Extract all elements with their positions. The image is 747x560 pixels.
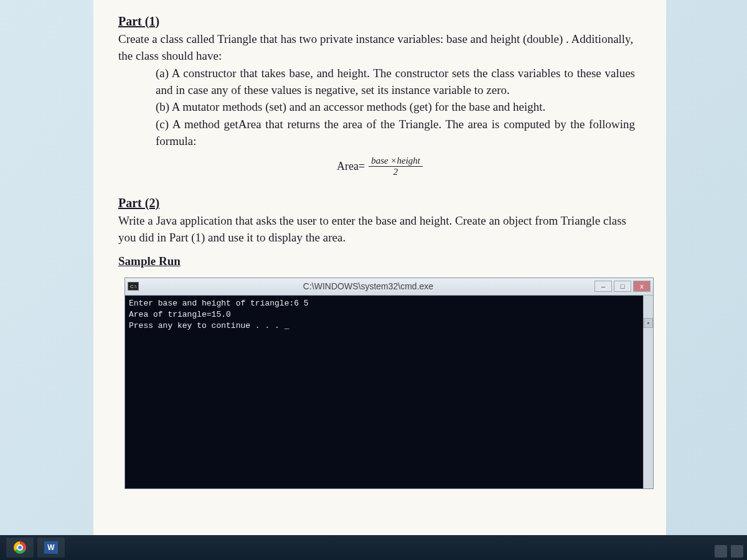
part1-item-b: (b) A mutator methods (set) and an acces… [156,99,635,116]
minimize-button[interactable]: – [594,281,612,292]
cmd-title: C:\WINDOWS\system32\cmd.exe [144,281,593,293]
system-tray[interactable] [715,545,743,558]
formula-numerator: base ×height [369,156,423,167]
formula-denominator: 2 [391,167,401,177]
tray-icon[interactable] [715,545,727,558]
word-icon: W [44,541,58,554]
document-page: Part (1) Create a class called Triangle … [93,0,666,535]
taskbar-chrome[interactable] [6,538,34,558]
cmd-titlebar[interactable]: C:\ C:\WINDOWS\system32\cmd.exe – □ x [125,278,653,296]
part1-item-a: (a) A constructor that takes base, and h… [156,65,635,98]
part1-item-c: (c) A method getArea that returns the ar… [156,116,635,149]
tray-icon[interactable] [731,545,743,558]
close-button[interactable]: x [633,281,651,292]
formula-fraction: base ×height 2 [369,156,423,177]
formula-lhs: Area= [337,159,365,174]
area-formula: Area= base ×height 2 [118,156,641,177]
cmd-icon: C:\ [128,282,139,291]
part1-intro: Create a class called Triangle that has … [118,31,641,64]
cmd-output: Enter base and height of triangle:6 5 Ar… [125,296,653,488]
part1-sublist: (a) A constructor that takes base, and h… [156,65,635,149]
taskbar[interactable]: W [0,535,747,560]
scroll-up-icon[interactable]: ▴ [644,318,653,328]
cmd-scrollbar[interactable]: ▴ [643,296,653,488]
part1-heading: Part (1) [118,12,641,30]
taskbar-word[interactable]: W [37,538,65,558]
part2-heading: Part (2) [118,194,641,212]
chrome-icon [14,541,26,554]
cmd-window: C:\ C:\WINDOWS\system32\cmd.exe – □ x En… [125,278,654,489]
maximize-button[interactable]: □ [614,281,631,292]
sample-run-heading: Sample Run [118,253,641,270]
part2-text: Write a Java application that asks the u… [118,213,641,246]
